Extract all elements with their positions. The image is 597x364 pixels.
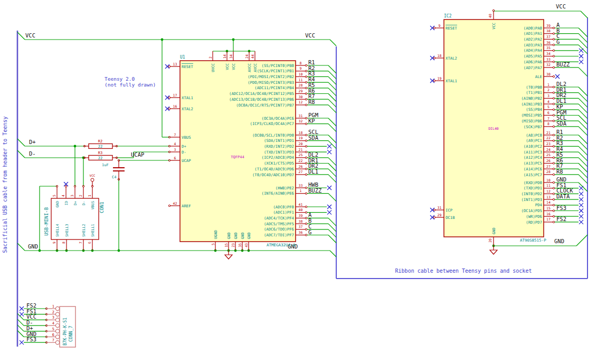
pin-number: 26 bbox=[546, 159, 551, 163]
pin-name: UVCC bbox=[211, 63, 215, 72]
pin-number: 10 bbox=[546, 178, 551, 183]
pin-name: (SS/PCINT0)PB0 bbox=[261, 63, 294, 68]
resistor-r2[interactable]: R222 bbox=[83, 139, 117, 149]
pin-name: (AIN0)PB2 bbox=[521, 96, 542, 101]
pin-number: 7 bbox=[79, 242, 83, 244]
u1-footprint: TQFP44 bbox=[231, 155, 244, 159]
pin-number: 39 bbox=[299, 214, 303, 218]
pin-name: VCC bbox=[225, 63, 230, 70]
pin-name: SHELL4 bbox=[55, 224, 60, 237]
pin-number: 7 bbox=[52, 338, 54, 342]
pin-number: 40 bbox=[299, 208, 303, 212]
ic2-footprint: DIL40 bbox=[488, 127, 499, 131]
pin-number: 30 bbox=[299, 95, 303, 99]
pin-number: 26 bbox=[299, 165, 303, 169]
pin-number: 1 bbox=[88, 195, 92, 197]
pin-name: (WR)PD6 bbox=[526, 214, 542, 219]
junction-dot bbox=[232, 39, 235, 41]
pin-number: 29 bbox=[299, 89, 303, 93]
pin-name: (AD0)PA0 bbox=[524, 26, 542, 31]
pin-number: 20 bbox=[299, 142, 303, 146]
pin-number: 24 bbox=[245, 54, 249, 59]
wire bbox=[17, 325, 24, 331]
pin-number: 1 bbox=[547, 83, 549, 87]
pin-name: UCAP bbox=[182, 158, 191, 163]
pin-name: (A8)PC0 bbox=[526, 133, 542, 138]
ic2-value: AT90S8515-P bbox=[520, 238, 546, 243]
usb-connector[interactable]: USB-MINI-BCON15GND4ID3D+2D-1VBUS9SHELL48… bbox=[44, 182, 105, 251]
pin-number: 32 bbox=[299, 119, 303, 123]
pin-number: 35 bbox=[546, 46, 551, 50]
pin-number: 44 bbox=[251, 54, 255, 59]
pin-name: (RD)PD7 bbox=[526, 220, 542, 225]
pin-name: GND bbox=[241, 232, 245, 239]
wire bbox=[579, 146, 587, 155]
wire bbox=[579, 127, 587, 136]
pin-name: (XCK1/CTS)PD5 bbox=[264, 161, 294, 166]
pin-number: 24 bbox=[546, 148, 551, 152]
teensy-note-line1: Teensy 2.0 bbox=[105, 76, 135, 82]
schematic-page: Sacrificial USB cable from header to Tee… bbox=[0, 0, 597, 364]
conn7-connector[interactable]: B7K-PH-K-S1CONN_71FS22FS13VCC4D-5D+6GND7… bbox=[20, 302, 75, 347]
pin-name: (ADC4/TCK)PF4 bbox=[264, 216, 295, 221]
wire bbox=[579, 152, 587, 161]
pin-name: (OC0B/SCL/INT0)PD0 bbox=[252, 133, 294, 138]
pin-name: OC1B bbox=[446, 215, 455, 220]
pin-number: 38 bbox=[546, 29, 551, 33]
pin-name: (TXD/INT3)PD3 bbox=[264, 150, 294, 155]
c4-reference: C4 bbox=[112, 175, 116, 179]
u1-component[interactable]: U1ATMEGA32U4-ATQFP4413RESET17XTAL116XTAL… bbox=[165, 51, 331, 251]
pin-number: 6 bbox=[88, 242, 92, 244]
pin-name: (ADC7/TDI)PF7 bbox=[264, 233, 294, 237]
pin-name: (AD4)PA4 bbox=[524, 48, 543, 53]
wire bbox=[579, 39, 587, 48]
net-label-R8: R8 bbox=[308, 99, 315, 105]
pin-number: 21 bbox=[546, 131, 551, 135]
pin-number: 23 bbox=[546, 142, 551, 146]
pin-name: D+ bbox=[73, 201, 78, 205]
wire bbox=[579, 158, 587, 167]
pin-number: 10 bbox=[299, 72, 303, 76]
pin-name: (PDI/MOSI/PCINT2)PB2 bbox=[248, 74, 294, 79]
resistor-r3[interactable]: R322 bbox=[83, 151, 117, 160]
pin-number: 11 bbox=[299, 78, 303, 82]
conn7-pad bbox=[55, 329, 59, 333]
pin-name: (TXD)PD1 bbox=[524, 186, 542, 190]
wire bbox=[579, 164, 587, 173]
net-label-ribbon-gnd: GND bbox=[554, 238, 564, 244]
capacitor-c4[interactable]: 1uFC4 bbox=[102, 159, 125, 180]
ribbon-note: Ribbon cable between Teensy pins and soc… bbox=[395, 268, 532, 274]
pin-name: D- bbox=[82, 201, 86, 205]
net-label-G: G bbox=[308, 229, 311, 235]
net-label-dminus: D- bbox=[29, 150, 36, 157]
pin-number: 37 bbox=[299, 225, 303, 229]
pin-number: 34 bbox=[229, 54, 233, 59]
pin-name: (SS)PB4 bbox=[526, 107, 542, 112]
pin-number: 36 bbox=[546, 41, 551, 45]
net-label-R8: R8 bbox=[556, 168, 563, 175]
pin-number: 15 bbox=[546, 206, 551, 210]
conn7-value: B7K-PH-K-S1 bbox=[63, 318, 68, 346]
pin-number: 3 bbox=[52, 315, 54, 320]
pin-name: (ADC6/TDO)PF6 bbox=[264, 227, 294, 232]
pin-name: (A10)PC2 bbox=[524, 144, 542, 149]
pin-name: (SCK)PB7 bbox=[524, 124, 542, 129]
pin-number: 2 bbox=[79, 195, 83, 197]
ic2-reference: IC2 bbox=[444, 14, 452, 18]
pin-number: 28 bbox=[299, 83, 303, 88]
pin-name: SHELL1 bbox=[91, 224, 95, 237]
pin-number: 33 bbox=[546, 58, 551, 62]
net-label-BUZZ: BUZZ bbox=[308, 187, 321, 194]
net-label-SDA: SDA bbox=[308, 135, 319, 141]
pin-name: (T0/OC4D/ADC10)PD7 bbox=[252, 173, 294, 177]
pin-name: (AD5)PA5 bbox=[524, 54, 542, 59]
net-label-BUZZ: BUZZ bbox=[556, 61, 570, 68]
pin-name: (AD1)PA1 bbox=[524, 31, 542, 36]
net-label-FS3: FS3 bbox=[26, 336, 36, 342]
wire bbox=[17, 331, 24, 337]
pin-name: (ICP3/CLKO/OC4A)PC7 bbox=[250, 121, 294, 126]
pin-number: 31 bbox=[299, 114, 303, 118]
pin-name: (INT1)PD3 bbox=[521, 197, 542, 202]
pin-name: XTAL2 bbox=[182, 107, 193, 111]
pin-number: 12 bbox=[299, 100, 303, 104]
